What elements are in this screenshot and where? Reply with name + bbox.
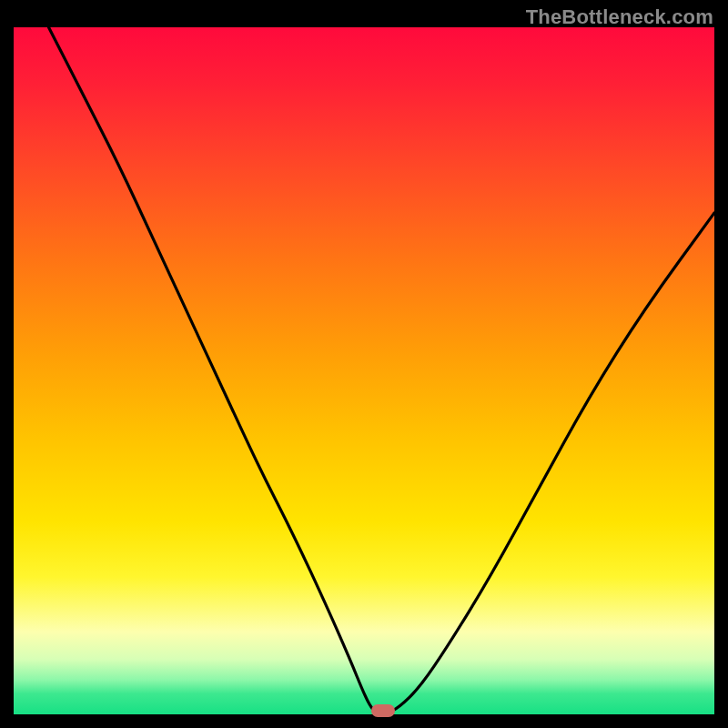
chart-frame: TheBottleneck.com [0, 0, 728, 728]
bottleneck-curve-line [49, 27, 715, 714]
optimum-marker [371, 704, 395, 717]
attribution-label: TheBottleneck.com [526, 5, 713, 29]
curve-svg [14, 27, 714, 714]
plot-area [14, 27, 714, 714]
